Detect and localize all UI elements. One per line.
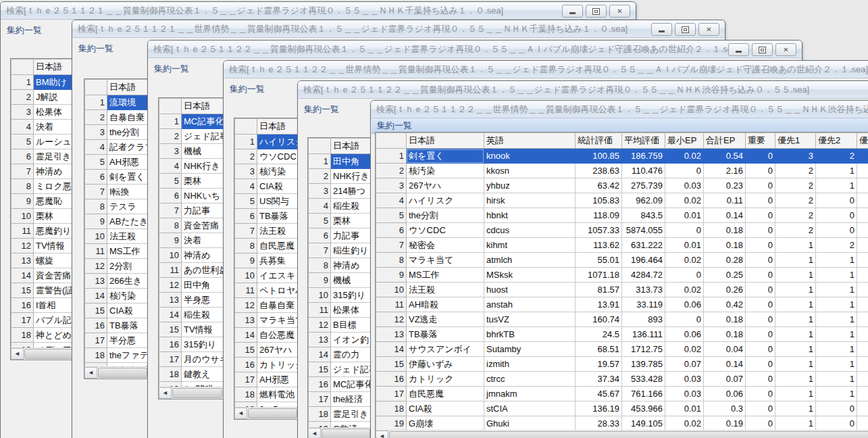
table-cell[interactable]: 1 [775, 357, 816, 372]
table-cell[interactable]: atmlch [484, 253, 576, 268]
scrollbar-thumb[interactable] [322, 429, 370, 438]
list-row[interactable]: 4CIA殺 [235, 179, 300, 194]
table-cell[interactable]: 剣を置く [407, 149, 484, 164]
list-item[interactable]: 資金苦痛 [34, 268, 76, 283]
table-cell[interactable]: 0 [746, 327, 775, 342]
list-row[interactable]: 16315釣り [159, 337, 225, 352]
table-cell[interactable]: 0 [665, 164, 704, 178]
table-cell[interactable]: 2.16 [704, 164, 746, 178]
table-cell[interactable]: 0 [746, 312, 775, 327]
list-item[interactable]: B目標 [331, 318, 373, 333]
table-cell[interactable]: 0 [746, 178, 775, 193]
row-number[interactable]: 8 [309, 258, 331, 273]
row-number[interactable]: 6 [235, 209, 257, 224]
table-cell[interactable]: izmith [484, 357, 576, 372]
row-number[interactable]: 4 [85, 140, 107, 155]
row-number[interactable]: 6 [11, 149, 34, 164]
list-item[interactable]: 決着 [34, 120, 76, 135]
list-item[interactable]: J解説 [34, 90, 76, 105]
list-row[interactable]: 2NHK行き [309, 169, 373, 184]
table-cell[interactable]: 1712.75 [622, 342, 665, 357]
table-cell[interactable]: 1 [775, 283, 816, 297]
row-number[interactable]: 2 [11, 90, 34, 105]
list-item[interactable]: 兵募集 [257, 253, 300, 268]
table-cell[interactable]: 113.62 [576, 238, 622, 253]
list-row[interactable]: 4決着 [11, 120, 76, 135]
table-cell[interactable]: 0.03 [665, 178, 704, 193]
table-cell[interactable]: kihmt [484, 238, 576, 253]
table-cell[interactable]: 7 [857, 149, 868, 164]
row-number[interactable]: 5 [309, 214, 331, 228]
row-number[interactable]: 14 [309, 347, 331, 362]
list-item[interactable]: 神とどめ [34, 328, 76, 343]
table-row[interactable]: 8マラキ当てatmlch55.01196.4640.020.280113 [376, 253, 868, 268]
list-item[interactable]: 資金苦痛 [182, 218, 225, 233]
list-row[interactable]: 5栗林 [159, 174, 225, 189]
table-cell[interactable]: kkosn [484, 164, 576, 178]
list-item[interactable]: CIA殺 [257, 179, 300, 194]
list-row[interactable]: 14核汚染 [85, 289, 150, 303]
list-row[interactable]: 9機械 [309, 273, 373, 288]
row-number[interactable]: 8 [235, 239, 257, 253]
list-item[interactable]: 霊足引き [331, 407, 373, 422]
table-cell[interactable]: 3 [857, 416, 868, 431]
table-cell[interactable]: 0.06 [665, 297, 704, 312]
table-cell[interactable]: jmnakm [484, 387, 576, 402]
list-row[interactable]: 14稲生殺 [159, 308, 225, 322]
list-row[interactable]: 3the分割 [85, 125, 150, 140]
table-cell[interactable]: 0 [857, 387, 868, 402]
table-cell[interactable]: 3 [857, 253, 868, 268]
table-cell[interactable]: 0.26 [704, 283, 746, 297]
row-number[interactable]: 13 [376, 327, 407, 342]
row-number[interactable]: 6 [376, 223, 407, 238]
list-item[interactable]: MC記事化 [331, 377, 373, 392]
list-row[interactable]: 17the経済 [309, 392, 373, 407]
list-item[interactable]: 神清め [182, 248, 225, 263]
window-titlebar[interactable]: 検索[ｔｈｅ２５１１２２＿＿世界情勢＿＿質量制御再現公表１．５＿＿ジェド霊界ラジ… [371, 101, 868, 118]
row-number[interactable]: 14 [376, 342, 407, 357]
table-row[interactable]: 9MS工作MSksk1071.184284.7200.250112 [376, 268, 868, 283]
table-cell[interactable]: 0.11 [704, 193, 746, 208]
horizontal-scrollbar[interactable]: ◄ [84, 366, 149, 379]
list-item[interactable]: 悪魔釣り [34, 224, 76, 239]
row-number[interactable]: 15 [159, 322, 182, 337]
row-number[interactable]: 9 [376, 268, 407, 283]
row-number[interactable]: 15 [11, 283, 34, 298]
list-row[interactable]: 13イオン釣り [309, 333, 373, 347]
row-number[interactable]: 10 [159, 248, 182, 263]
list-item[interactable]: TV情報 [182, 322, 225, 337]
table-cell[interactable]: TB暴落 [407, 327, 484, 342]
row-number[interactable]: 3 [11, 105, 34, 120]
row-number[interactable]: 18 [159, 367, 182, 382]
list-item[interactable]: 力記事 [331, 228, 373, 243]
list-item[interactable]: ジェド記事 [182, 129, 225, 144]
list-row[interactable]: 11悪魔釣り [11, 224, 76, 239]
table-cell[interactable]: 0.54 [704, 149, 746, 164]
horizontal-scrollbar[interactable]: ◄ [234, 407, 299, 419]
list-row[interactable]: 2自暴自棄 [85, 110, 150, 125]
table-cell[interactable]: 0.02 [665, 416, 704, 431]
row-number[interactable]: 12 [376, 312, 407, 327]
list-item[interactable]: TV情報 [34, 239, 76, 253]
list-row[interactable]: 16カトリック [235, 358, 300, 372]
row-number[interactable]: 15 [376, 357, 407, 372]
row-number[interactable]: 3 [85, 125, 107, 140]
column-header[interactable]: 合計EP [704, 133, 746, 149]
list-row[interactable]: 4記者クラブ [85, 140, 150, 155]
table-cell[interactable]: 1 [775, 312, 816, 327]
table-cell[interactable]: 0 [816, 223, 857, 238]
table-cell[interactable]: 533.428 [622, 372, 665, 387]
list-item[interactable]: 神清め [331, 258, 373, 273]
list-row[interactable]: 14資金苦痛 [11, 268, 76, 283]
list-row[interactable]: 17半分悪 [85, 333, 150, 348]
close-button[interactable]: ✕ [775, 43, 796, 56]
list-item[interactable]: 半身悪 [182, 293, 225, 308]
table-cell[interactable]: 1 [857, 238, 868, 253]
table-row[interactable]: 13TB暴落bhrkTB24.5136.1110.060.180111 [376, 327, 868, 342]
list-row[interactable]: 13半身悪 [159, 293, 225, 308]
list-row[interactable]: 5US関与 [235, 194, 300, 209]
row-number[interactable]: 11 [11, 224, 34, 239]
list-row[interactable]: 15CIA殺 [85, 303, 150, 318]
row-number[interactable]: 1 [85, 95, 107, 110]
list-item[interactable]: 266生き [107, 274, 150, 289]
